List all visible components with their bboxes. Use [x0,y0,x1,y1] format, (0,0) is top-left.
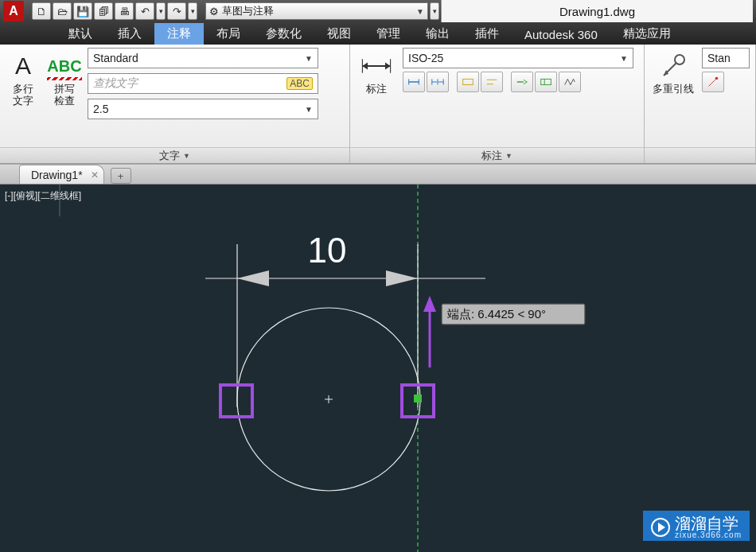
workspace-selector[interactable]: ⚙ 草图与注释 ▼ [205,2,428,20]
gear-icon: ⚙ [209,6,219,17]
ribbon-tabs: 默认 插入 注释 布局 参数化 视图 管理 输出 插件 Autodesk 360… [0,22,756,45]
dim-style-value: ISO-25 [408,52,443,64]
tab-parametric[interactable]: 参数化 [253,23,314,45]
letter-a-icon: A [15,51,31,81]
workspace-more[interactable]: ▾ [430,2,439,20]
dim-style-combo[interactable]: ISO-25 ▼ [403,48,633,68]
dim-update-button[interactable] [559,72,581,92]
open-button[interactable]: 🗁 [53,2,72,20]
new-tab-button[interactable]: + [111,168,131,184]
tab-manage[interactable]: 管理 [364,23,413,45]
redo-dropdown[interactable]: ▾ [188,2,197,20]
tab-autodesk360[interactable]: Autodesk 360 [512,25,610,45]
leader-style-value: Stan [707,52,731,64]
tab-default[interactable]: 默认 [56,23,105,45]
leader-panel-title [645,147,755,163]
expand-icon: ▼ [505,152,512,160]
watermark: 溜溜自学 zixue.3d66.com [643,511,750,541]
find-icon: ABC [286,77,313,90]
mtext-button[interactable]: A 多行 文字 [5,48,41,144]
dim-inspect-button[interactable] [535,72,557,92]
viewport-label[interactable]: [-][俯视][二维线框] [5,189,81,203]
svg-line-22 [709,79,716,86]
tab-view[interactable]: 视图 [314,23,364,45]
new-button[interactable]: 🗋 [32,2,51,20]
tab-plugins[interactable]: 插件 [462,23,512,45]
spellcheck-button[interactable]: ABC 拼写 检查 [46,48,83,144]
file-tab-label: Drawing1* [31,169,83,181]
ribbon: A 多行 文字 ABC 拼写 检查 Standard ▼ 查找文字 ABC 2.… [0,45,756,164]
close-icon[interactable]: ✕ [91,169,99,181]
leader-icon [657,51,689,81]
svg-marker-30 [237,270,269,286]
text-height-value: 2.5 [93,103,108,115]
tab-layout[interactable]: 布局 [204,23,253,45]
dimension-label: 标注 [366,83,387,95]
watermark-main: 溜溜自学 [675,515,738,531]
dim-linear-button[interactable] [403,72,425,92]
text-panel-title[interactable]: 文字▼ [0,147,349,163]
spellcheck-label: 拼写 检查 [54,83,75,107]
chevron-down-icon: ▼ [620,54,628,63]
mleader-button[interactable]: 多重引线 [649,48,697,144]
svg-marker-1 [362,63,368,70]
svg-rect-17 [541,79,551,84]
snap-tooltip-text: 端点: 6.4425 < 90° [447,307,546,321]
app-logo[interactable]: A [3,1,24,21]
dimension-panel-title[interactable]: 标注▼ [350,147,644,163]
chevron-down-icon: ▼ [416,7,424,16]
grip-left [220,385,252,417]
text-style-combo[interactable]: Standard ▼ [88,48,318,68]
endpoint-snap-marker [414,395,422,402]
dimension-text: 10 [308,231,347,270]
dimension-icon [359,51,394,81]
watermark-sub: zixue.3d66.com [675,531,742,539]
text-style-value: Standard [93,52,138,64]
workspace-label: 草图与注释 [222,4,274,18]
find-text-input[interactable]: 查找文字 ABC [88,73,318,94]
chevron-down-icon: ▼ [305,105,313,114]
tab-insert[interactable]: 插入 [105,23,154,45]
svg-marker-2 [385,63,391,70]
drawing-canvas[interactable]: [-][俯视][二维线框] 10 [0,185,756,552]
file-tab-strip: Drawing1* ✕ + [0,164,756,185]
canvas-svg: 10 端点: 6.4425 < 90° [0,185,756,552]
print-button[interactable]: 🖶 [115,2,134,20]
document-title: Drawing1.dwg [559,5,635,18]
file-tab[interactable]: Drawing1* ✕ [19,165,104,184]
dimension-panel: 标注 ISO-25 ▼ [350,45,645,163]
expand-icon: ▼ [183,152,190,160]
saveas-button[interactable]: 🗐 [94,2,113,20]
svg-rect-34 [414,395,422,402]
save-button[interactable]: 💾 [73,2,92,20]
undo-dropdown[interactable]: ▾ [156,2,166,20]
tab-output[interactable]: 输出 [413,23,462,45]
leader-panel: 多重引线 Stan [645,45,756,163]
redo-button[interactable]: ↷ [167,2,186,20]
dim-continue-button[interactable] [427,72,449,92]
play-icon [651,518,670,537]
dim-tolerance-button[interactable] [511,72,533,92]
svg-marker-35 [423,296,436,312]
find-placeholder: 查找文字 [93,76,138,91]
title-bar: Drawing1.dwg [441,0,753,22]
chevron-down-icon: ▼ [305,54,313,63]
dimension-button[interactable]: 标注 [355,48,398,144]
dim-quick-button[interactable] [457,72,479,92]
text-height-combo[interactable]: 2.5 ▼ [88,99,318,119]
leader-add-button[interactable] [702,72,724,92]
svg-point-23 [715,77,719,80]
undo-button[interactable]: ↶ [135,2,154,20]
svg-rect-13 [463,79,473,84]
svg-marker-31 [386,270,418,286]
spellcheck-icon: ABC [47,51,81,81]
tab-featured[interactable]: 精选应用 [610,23,684,45]
mtext-label: 多行 文字 [13,83,33,107]
quick-access-toolbar: A 🗋 🗁 💾 🗐 🖶 ↶ ▾ ↷ ▾ ⚙ 草图与注释 ▼ ▾ Drawing1… [0,0,756,22]
dim-baseline-button[interactable] [481,72,503,92]
tab-annotate[interactable]: 注释 [154,23,204,45]
leader-style-combo[interactable]: Stan [702,48,750,68]
mleader-label: 多重引线 [653,83,694,95]
text-panel: A 多行 文字 ABC 拼写 检查 Standard ▼ 查找文字 ABC 2.… [0,45,350,163]
